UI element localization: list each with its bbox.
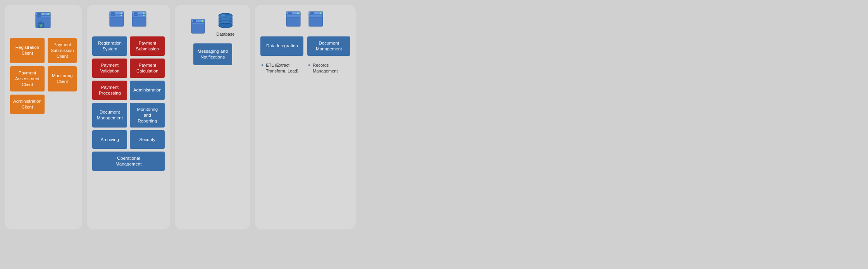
- panel4-etl-list: ETL (Extract,Transform, Load): [260, 61, 303, 76]
- svg-rect-38: [286, 16, 300, 26]
- panel1-icon-row: [33, 11, 54, 31]
- svg-point-19: [121, 15, 122, 16]
- database-icon: [215, 11, 236, 31]
- server-icon-4b: [307, 11, 327, 29]
- list-item-records: RecordsManagement: [307, 61, 350, 76]
- btn-registration-client[interactable]: RegistrationClient: [10, 38, 45, 63]
- server-icon-3: [190, 19, 208, 36]
- panel-messaging-db-tier: Database Messaging and Notifications: [175, 5, 250, 229]
- btn-monitoring-client[interactable]: MonitoringClient: [48, 66, 77, 91]
- btn-security[interactable]: Security: [130, 130, 165, 149]
- btn-document-management-p4[interactable]: DocumentManagement: [307, 36, 350, 56]
- svg-rect-43: [309, 16, 323, 26]
- svg-rect-30: [193, 20, 196, 22]
- svg-point-25: [143, 12, 145, 14]
- panel2-icon-row: [107, 11, 150, 29]
- btn-monitoring-reporting[interactable]: Monitoring andReporting: [130, 103, 165, 128]
- btn-payment-calculation[interactable]: PaymentCalculation: [130, 59, 165, 78]
- svg-point-6: [47, 13, 49, 15]
- panel4-list-col1: ETL (Extract,Transform, Load): [260, 61, 303, 76]
- btn-administration[interactable]: Administration: [130, 81, 165, 100]
- svg-rect-16: [111, 12, 115, 14]
- btn-payment-assessment-client[interactable]: PaymentAssessment Client: [10, 66, 45, 91]
- svg-rect-5: [42, 13, 44, 15]
- svg-point-42: [297, 12, 299, 14]
- list-item-etl: ETL (Extract,Transform, Load): [260, 61, 303, 76]
- panel4-records-list: RecordsManagement: [307, 61, 350, 76]
- panel4-content: Data Integration DocumentManagement ETL …: [260, 36, 350, 76]
- svg-rect-13: [110, 16, 124, 26]
- panel4-lists: ETL (Extract,Transform, Load) RecordsMan…: [260, 61, 350, 76]
- panel-data-tier: Data Integration DocumentManagement ETL …: [255, 5, 356, 229]
- database-icon-container: Database: [215, 11, 236, 36]
- svg-rect-41: [288, 12, 292, 14]
- svg-rect-3: [37, 13, 41, 15]
- panel4-icon-row: [284, 11, 327, 29]
- panel-app-server-tier: RegistrationSystem PaymentSubmission Pay…: [87, 5, 170, 229]
- server-icon-4a: [284, 11, 304, 29]
- svg-point-12: [40, 24, 42, 27]
- svg-point-26: [143, 15, 145, 16]
- btn-payment-processing[interactable]: PaymentProcessing: [92, 81, 127, 100]
- panel2-button-grid: RegistrationSystem PaymentSubmission Pay…: [92, 36, 165, 171]
- svg-rect-24: [134, 15, 138, 16]
- svg-rect-20: [132, 16, 146, 26]
- empty-cell: [48, 95, 77, 114]
- svg-rect-4: [37, 16, 41, 17]
- btn-data-integration[interactable]: Data Integration: [260, 36, 303, 56]
- panel-client-tier: RegistrationClient PaymentSubmission Cli…: [5, 5, 82, 229]
- btn-messaging-notifications[interactable]: Messaging and Notifications: [193, 43, 232, 65]
- svg-rect-46: [310, 12, 314, 14]
- svg-point-18: [121, 12, 122, 14]
- panel3-icon-row: Database: [190, 11, 236, 36]
- btn-administration-client[interactable]: AdministrationClient: [10, 95, 45, 114]
- server-icon-2a: [107, 11, 127, 29]
- server-icon-2b: [130, 11, 150, 29]
- btn-payment-validation[interactable]: PaymentValidation: [92, 59, 127, 78]
- btn-operational-management[interactable]: OperationalManagement: [92, 152, 165, 171]
- database-label: Database: [216, 32, 234, 36]
- btn-payment-submission[interactable]: PaymentSubmission: [130, 36, 165, 56]
- panel4-list-col2: RecordsManagement: [307, 61, 350, 76]
- svg-rect-23: [134, 12, 138, 14]
- panel3-content: Messaging and Notifications: [180, 43, 245, 65]
- btn-registration-system[interactable]: RegistrationSystem: [92, 36, 127, 56]
- server-icon-1: [33, 11, 54, 31]
- btn-document-management[interactable]: DocumentManagement: [92, 103, 127, 128]
- svg-rect-27: [191, 24, 205, 33]
- svg-point-47: [320, 12, 321, 14]
- panel4-top-buttons: Data Integration DocumentManagement: [260, 36, 350, 56]
- svg-point-31: [202, 20, 203, 22]
- btn-payment-submission-client[interactable]: PaymentSubmission Client: [48, 38, 77, 63]
- btn-archiving[interactable]: Archiving: [92, 130, 127, 149]
- panel1-button-grid: RegistrationClient PaymentSubmission Cli…: [10, 38, 77, 114]
- svg-point-37: [221, 14, 226, 16]
- svg-rect-17: [111, 15, 115, 16]
